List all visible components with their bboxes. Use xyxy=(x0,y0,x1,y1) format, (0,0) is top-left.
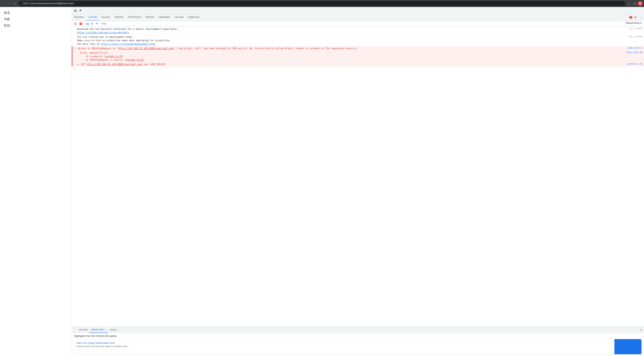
expand-arrow[interactable]: ▶ xyxy=(78,63,79,66)
row-location: index.html:49 xyxy=(626,51,642,54)
index-html-link[interactable]: index.html:1 xyxy=(627,47,642,49)
drawer-tabs: ⋮ Console What's New ✕ Issues ✕ xyxy=(72,327,644,333)
cors-error-row: ⚠ Access to XMLHttpRequest at 'http://19… xyxy=(72,46,644,51)
console-content: Download the Vue Devtools extension for … xyxy=(72,27,644,326)
cors-url-link[interactable]: http://192.168.31.143:8080/user/get_user xyxy=(118,47,174,50)
cors-error-message: Access to XMLHttpRequest at 'http://192.… xyxy=(78,47,626,50)
spread-link-2[interactable]: spread.js:25 xyxy=(126,59,143,61)
index-html-49-link[interactable]: index.html:49 xyxy=(626,51,642,54)
error-icon: ⚠ xyxy=(74,47,77,50)
row-location: vue.js:9055 xyxy=(628,27,642,30)
row-location: vue.js:9064 xyxy=(628,35,642,38)
sidebar-item-gender: 性别 xyxy=(4,24,68,28)
clear-console-button[interactable]: 🚫 xyxy=(73,22,78,26)
devtools-panel: ▦ ◤ Elements Console Sources Network Per… xyxy=(72,7,644,356)
error-icon: ⚠ xyxy=(74,63,77,66)
row-message: You are running Vue in development mode.… xyxy=(77,35,627,46)
tab-performance[interactable]: Performance xyxy=(126,14,144,21)
device-toolbar-button[interactable]: ◤ xyxy=(78,8,84,13)
address-text: 文件 | /Users/liuliushuai/1/hub/前端/index.h… xyxy=(23,2,623,5)
drawer-card-description: Better visualize and edit CSS angle in t… xyxy=(77,345,612,347)
forward-button[interactable]: → xyxy=(7,1,12,6)
devtools-tab-end: 2 ⚙ ⋮ xyxy=(629,15,644,20)
reload-button[interactable]: ⟳ xyxy=(12,1,17,6)
tab-network[interactable]: Network xyxy=(112,14,126,21)
drawer-tab-issues[interactable]: Issues xyxy=(108,327,119,333)
drawer-highlights: Highlights from the Chrome 88 update xyxy=(74,334,642,337)
avatar-button[interactable]: 刘 xyxy=(638,1,642,6)
console-row: You are running Vue in development mode.… xyxy=(72,35,644,46)
console-toolbar: 🚫 ⛔ top 👁 Default levels ▾ xyxy=(72,21,644,27)
tab-memory[interactable]: Memory xyxy=(144,14,156,21)
drawer-card: New CSS angle visualization tools Better… xyxy=(74,339,642,354)
network-error-message: Error: Network Error at e.exports (sprea… xyxy=(80,51,624,62)
drawer-content: Highlights from the Chrome 88 update New… xyxy=(72,333,644,356)
context-select[interactable]: top xyxy=(84,22,94,26)
console-prompt[interactable]: > xyxy=(72,67,644,71)
browser-chrome: ← → ⟳ ℹ 文件 | /Users/liuliushuai/1/hub/前端… xyxy=(0,0,644,7)
more-button[interactable]: ⋮ xyxy=(638,15,644,20)
address-bar[interactable]: ℹ 文件 | /Users/liuliushuai/1/hub/前端/index… xyxy=(18,1,626,6)
drawer-card-image xyxy=(614,339,642,354)
bottom-drawer: ⋮ Console What's New ✕ Issues ✕ Highligh… xyxy=(72,326,644,356)
inspect-element-button[interactable]: ▦ xyxy=(72,8,78,13)
back-button[interactable]: ← xyxy=(2,1,6,6)
drawer-card-title[interactable]: New CSS angle visualization tools xyxy=(77,341,612,344)
tab-application[interactable]: Application xyxy=(156,14,172,21)
prompt-arrow: > xyxy=(73,67,75,70)
bookmark-button[interactable]: ☆ xyxy=(627,1,632,6)
drawer-menu-button[interactable]: ⋮ xyxy=(72,327,77,332)
get-url-link[interactable]: http://192.168.31.143:8080/user/get_user xyxy=(87,63,142,66)
devtools-tabs: Elements Console Sources Network Perform… xyxy=(72,14,644,21)
nav-buttons: ← → ⟳ xyxy=(2,1,17,6)
settings-button[interactable]: ⚙ xyxy=(633,15,638,20)
vue-devtools-link[interactable]: https://github.com/vuejs/vue-devtools xyxy=(77,31,129,34)
drawer-tab-whats-new[interactable]: What's New ✕ xyxy=(90,327,108,333)
tab-security[interactable]: Security xyxy=(172,14,186,21)
get-error-row: ⚠ ▶ GET http://192.168.31.143:8080/user/… xyxy=(72,62,644,67)
level-select[interactable]: Default levels ▾ xyxy=(624,22,643,26)
drawer-tab-console[interactable]: Console xyxy=(77,327,90,333)
get-error-message: ▶ GET http://192.168.31.143:8080/user/ge… xyxy=(78,63,626,66)
spread-25-link[interactable]: spread.js:25 xyxy=(627,63,642,65)
sidebar-item-name: 姓名 xyxy=(4,11,68,15)
tab-lighthouse[interactable]: Lighthouse xyxy=(186,14,202,21)
eye-button[interactable]: 👁 xyxy=(94,22,99,26)
tab-elements[interactable]: Elements xyxy=(72,14,86,21)
row-message: Download the Vue Devtools extension for … xyxy=(77,27,627,34)
sidebar-item-age: 年龄 xyxy=(4,17,68,21)
tab-sources[interactable]: Sources xyxy=(99,14,112,21)
drawer-card-text: New CSS angle visualization tools Better… xyxy=(74,339,614,354)
drawer-close-button[interactable]: ✕ xyxy=(638,327,643,332)
tab-console[interactable]: Console xyxy=(86,14,99,21)
console-row: Download the Vue Devtools extension for … xyxy=(72,27,644,35)
vue-deployment-link[interactable]: https://vuejs.org/guide/deployment.html xyxy=(101,43,156,45)
network-error-row: Error: Network Error at e.exports (sprea… xyxy=(72,51,644,62)
whats-new-close[interactable]: ✕ xyxy=(105,328,106,331)
filter-input[interactable] xyxy=(100,22,624,26)
preserve-log-button[interactable]: ⛔ xyxy=(78,22,83,26)
browser-actions: ☆ ⚙ 刘 xyxy=(627,1,642,6)
info-icon: ℹ xyxy=(21,2,22,5)
error-badge: 2 xyxy=(629,16,632,19)
row-location: spread.js:25 xyxy=(627,63,642,65)
page-layout: 姓名 年龄 性别 ▦ ◤ Elements Console Sources Ne… xyxy=(0,7,644,356)
extensions-button[interactable]: ⚙ xyxy=(632,1,637,6)
sidebar: 姓名 年龄 性别 xyxy=(0,7,72,356)
row-location: index.html:1 xyxy=(627,47,642,49)
devtools-toolbar: ▦ ◤ xyxy=(72,7,644,14)
spread-link-1[interactable]: spread.js:25 xyxy=(105,55,122,58)
